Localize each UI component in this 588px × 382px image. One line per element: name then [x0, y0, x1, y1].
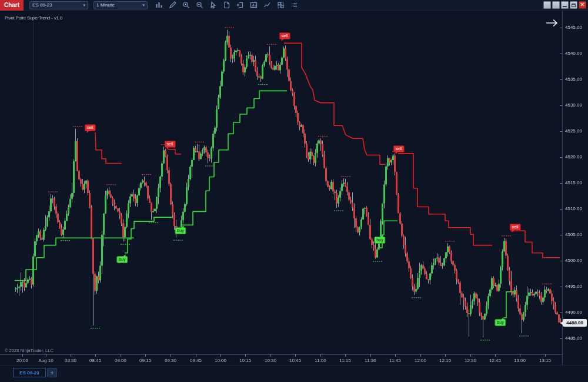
price-axis-label: 4495.00	[565, 284, 582, 289]
price-axis-label: 4520.00	[565, 154, 582, 160]
price-axis-label: 4535.00	[565, 77, 582, 82]
ninjatrader-chart-window: Chart ES 09-23 ▾ 1 Minute ▾	[0, 0, 588, 382]
zoom-in-icon[interactable]	[182, 1, 190, 9]
price-axis-label: 4540.00	[565, 51, 582, 56]
bar-chart-icon[interactable]	[155, 1, 163, 9]
time-axis-label: 11:30	[365, 358, 376, 363]
document-icon[interactable]	[222, 1, 230, 9]
buy-signal-label: buy	[374, 237, 385, 244]
price-axis-label: 4505.00	[565, 232, 582, 237]
bottom-tab-bar: ES 09-23 +	[0, 365, 588, 382]
price-axis-label: 4500.00	[565, 258, 582, 263]
price-axis-label: 4510.00	[565, 206, 582, 211]
window-spacer-button-1[interactable]	[543, 1, 551, 9]
time-axis-label: 12:30	[465, 358, 476, 363]
time-axis-label: Aug 10	[38, 358, 53, 363]
time-axis-label: 13:15	[539, 358, 551, 363]
time-axis-label: 08:30	[65, 358, 76, 363]
window-spacer-button-2[interactable]	[552, 1, 560, 9]
toolbar: Chart ES 09-23 ▾ 1 Minute ▾	[0, 0, 588, 11]
time-axis-label: 11:45	[389, 358, 400, 363]
price-axis-label: 4530.00	[565, 102, 582, 108]
maximize-button[interactable]	[570, 1, 577, 9]
time-axis-label: 10:00	[215, 358, 226, 363]
time-axis-label: 13:00	[514, 358, 526, 363]
sell-signal-label: sell	[393, 145, 405, 152]
grid-icon[interactable]	[276, 1, 285, 9]
buy-signal-label: buy	[116, 256, 128, 263]
price-axis-label: 4485.00	[565, 336, 582, 341]
time-axis-label: 10:45	[289, 358, 301, 363]
time-axis-label: 11:00	[315, 358, 326, 363]
time-axis-label: 10:30	[265, 358, 276, 363]
line-chart-icon[interactable]	[263, 1, 271, 9]
sell-signal-label: sell	[85, 124, 96, 131]
time-axis-label: 12:00	[415, 358, 426, 363]
time-axis-label: 09:45	[190, 358, 202, 363]
current-price-badge: 4488.00	[563, 319, 587, 327]
price-axis-label: 4490.00	[565, 310, 582, 315]
time-axis-label: 08:45	[89, 358, 101, 363]
time-axis-label: 09:30	[165, 358, 176, 363]
time-axis-label: 20:00	[16, 358, 28, 363]
close-button[interactable]: ✕	[579, 1, 586, 9]
sell-signal-label: sell	[510, 224, 521, 231]
time-axis-label: 09:15	[139, 358, 151, 363]
price-axis-label: 4525.00	[565, 128, 582, 134]
export-panel-icon[interactable]	[236, 1, 244, 9]
chevron-down-icon: ▾	[142, 3, 145, 8]
toolbar-icons	[155, 1, 298, 9]
time-axis-label: 09:00	[115, 358, 126, 363]
go-to-latest-arrow-icon[interactable]	[544, 17, 560, 29]
copyright-watermark: © 2023 NinjaTrader, LLC	[5, 348, 54, 353]
list-icon[interactable]	[290, 1, 298, 9]
pencil-icon[interactable]	[168, 1, 176, 9]
chart-window-tab[interactable]: Chart	[0, 0, 24, 11]
sell-signal-label: sell	[279, 32, 290, 39]
buy-signal-label: buy	[495, 319, 506, 326]
time-axis-label: 11:15	[339, 358, 350, 363]
instrument-dropdown[interactable]: ES 09-23 ▾	[29, 1, 88, 9]
zoom-out-icon[interactable]	[195, 1, 203, 9]
add-tab-button[interactable]: +	[47, 368, 57, 377]
window-controls: ✕	[543, 1, 586, 9]
price-axis-label: 4515.00	[565, 180, 582, 185]
instrument-tab[interactable]: ES 09-23	[13, 368, 46, 377]
chevron-down-icon: ▾	[83, 3, 85, 8]
time-axis-label: 10:15	[239, 358, 251, 363]
indicator-label: Pivot Point SuperTrend - v1.0	[5, 15, 62, 21]
buy-signal-label: buy	[175, 227, 186, 234]
time-axis-label: 12:15	[439, 358, 451, 363]
minimize-button[interactable]	[561, 1, 569, 9]
instrument-dropdown-value: ES 09-23	[32, 2, 81, 8]
chart-window-icon[interactable]	[249, 1, 258, 9]
price-axis-label: 4545.00	[565, 25, 582, 30]
interval-dropdown-value: 1 Minute	[96, 2, 140, 8]
sell-signal-label: sell	[165, 141, 176, 148]
cursor-icon[interactable]	[209, 1, 217, 9]
interval-dropdown[interactable]: 1 Minute ▾	[93, 1, 148, 9]
time-axis-label: 12:45	[489, 358, 501, 363]
